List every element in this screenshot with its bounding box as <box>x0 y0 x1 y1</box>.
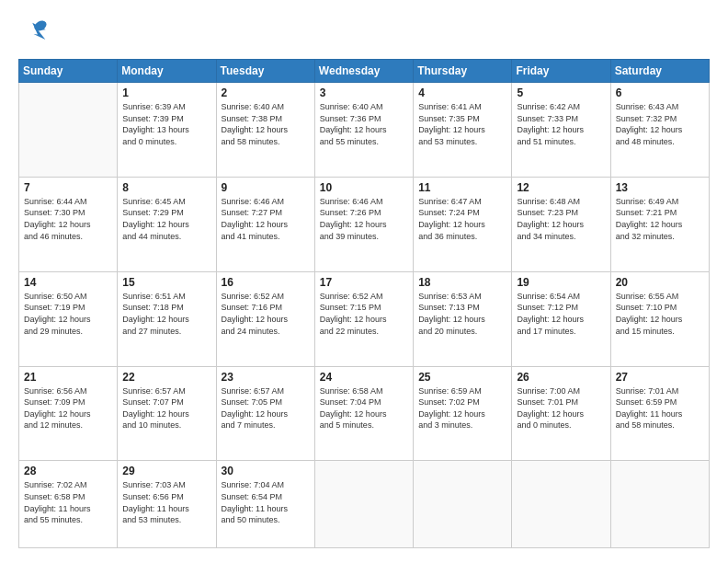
calendar-cell <box>414 461 512 548</box>
calendar-cell: 13Sunrise: 6:49 AMSunset: 7:21 PMDayligh… <box>610 177 709 271</box>
day-number: 22 <box>122 371 210 384</box>
day-info: Sunrise: 6:57 AMSunset: 7:07 PMDaylight:… <box>122 385 210 431</box>
week-row-4: 21Sunrise: 6:56 AMSunset: 7:09 PMDayligh… <box>19 366 710 461</box>
day-info: Sunrise: 6:41 AMSunset: 7:35 PMDaylight:… <box>418 101 506 147</box>
calendar-cell: 27Sunrise: 7:01 AMSunset: 6:59 PMDayligh… <box>610 366 709 461</box>
day-number: 23 <box>222 371 310 384</box>
day-number: 24 <box>320 371 408 384</box>
calendar-cell: 30Sunrise: 7:04 AMSunset: 6:54 PMDayligh… <box>216 461 314 548</box>
calendar-cell: 16Sunrise: 6:52 AMSunset: 7:16 PMDayligh… <box>216 271 314 366</box>
calendar-cell: 3Sunrise: 6:40 AMSunset: 7:36 PMDaylight… <box>314 83 413 178</box>
day-info: Sunrise: 6:43 AMSunset: 7:32 PMDaylight:… <box>616 101 704 147</box>
day-info: Sunrise: 6:59 AMSunset: 7:02 PMDaylight:… <box>418 385 506 431</box>
day-number: 25 <box>418 371 506 384</box>
calendar-table: SundayMondayTuesdayWednesdayThursdayFrid… <box>18 59 710 548</box>
calendar-cell: 25Sunrise: 6:59 AMSunset: 7:02 PMDayligh… <box>414 366 512 461</box>
week-row-2: 7Sunrise: 6:44 AMSunset: 7:30 PMDaylight… <box>19 177 710 271</box>
day-number: 1 <box>122 86 210 99</box>
calendar-cell: 11Sunrise: 6:47 AMSunset: 7:24 PMDayligh… <box>414 177 512 271</box>
calendar-cell <box>610 461 709 548</box>
day-header-monday: Monday <box>118 60 216 83</box>
header <box>18 15 710 50</box>
day-number: 3 <box>320 86 408 99</box>
calendar-cell: 18Sunrise: 6:53 AMSunset: 7:13 PMDayligh… <box>414 271 512 366</box>
day-info: Sunrise: 6:48 AMSunset: 7:23 PMDaylight:… <box>517 196 605 242</box>
day-info: Sunrise: 6:50 AMSunset: 7:19 PMDaylight:… <box>24 291 112 337</box>
day-number: 5 <box>517 86 605 99</box>
day-number: 14 <box>24 276 112 289</box>
day-info: Sunrise: 6:47 AMSunset: 7:24 PMDaylight:… <box>418 196 506 242</box>
day-info: Sunrise: 6:51 AMSunset: 7:18 PMDaylight:… <box>122 291 210 337</box>
day-number: 21 <box>24 371 112 384</box>
day-number: 12 <box>517 181 605 194</box>
svg-point-1 <box>32 18 48 33</box>
calendar-cell: 8Sunrise: 6:45 AMSunset: 7:29 PMDaylight… <box>118 177 216 271</box>
day-number: 10 <box>320 181 408 194</box>
day-number: 28 <box>24 465 112 477</box>
day-number: 6 <box>616 86 704 99</box>
day-number: 16 <box>222 276 310 289</box>
day-info: Sunrise: 6:58 AMSunset: 7:04 PMDaylight:… <box>320 385 408 431</box>
week-row-3: 14Sunrise: 6:50 AMSunset: 7:19 PMDayligh… <box>19 271 710 366</box>
day-info: Sunrise: 6:54 AMSunset: 7:12 PMDaylight:… <box>517 291 605 337</box>
day-info: Sunrise: 6:39 AMSunset: 7:39 PMDaylight:… <box>122 101 210 147</box>
day-info: Sunrise: 7:00 AMSunset: 7:01 PMDaylight:… <box>517 385 605 431</box>
calendar-cell <box>512 461 610 548</box>
calendar-cell: 4Sunrise: 6:41 AMSunset: 7:35 PMDaylight… <box>414 83 512 178</box>
calendar-cell: 19Sunrise: 6:54 AMSunset: 7:12 PMDayligh… <box>512 271 610 366</box>
calendar-cell: 21Sunrise: 6:56 AMSunset: 7:09 PMDayligh… <box>19 366 118 461</box>
calendar-cell: 20Sunrise: 6:55 AMSunset: 7:10 PMDayligh… <box>610 271 709 366</box>
day-info: Sunrise: 6:44 AMSunset: 7:30 PMDaylight:… <box>24 196 112 242</box>
calendar-cell <box>19 83 118 178</box>
day-number: 2 <box>222 86 310 99</box>
calendar-cell: 24Sunrise: 6:58 AMSunset: 7:04 PMDayligh… <box>314 366 413 461</box>
day-number: 26 <box>517 371 605 384</box>
calendar-cell: 12Sunrise: 6:48 AMSunset: 7:23 PMDayligh… <box>512 177 610 271</box>
day-info: Sunrise: 7:01 AMSunset: 6:59 PMDaylight:… <box>616 385 704 431</box>
day-header-friday: Friday <box>512 60 610 83</box>
day-number: 8 <box>122 181 210 194</box>
day-info: Sunrise: 7:04 AMSunset: 6:54 PMDaylight:… <box>222 479 310 525</box>
calendar-cell: 1Sunrise: 6:39 AMSunset: 7:39 PMDaylight… <box>118 83 216 178</box>
logo-bird-icon <box>18 15 53 50</box>
page: SundayMondayTuesdayWednesdayThursdayFrid… <box>0 0 728 563</box>
day-header-sunday: Sunday <box>19 60 118 83</box>
calendar-cell: 28Sunrise: 7:02 AMSunset: 6:58 PMDayligh… <box>19 461 118 548</box>
day-number: 18 <box>418 276 506 289</box>
calendar-cell: 7Sunrise: 6:44 AMSunset: 7:30 PMDaylight… <box>19 177 118 271</box>
day-info: Sunrise: 6:52 AMSunset: 7:15 PMDaylight:… <box>320 291 408 337</box>
week-row-1: 1Sunrise: 6:39 AMSunset: 7:39 PMDaylight… <box>19 83 710 178</box>
day-number: 11 <box>418 181 506 194</box>
days-header-row: SundayMondayTuesdayWednesdayThursdayFrid… <box>19 60 710 83</box>
calendar-cell: 5Sunrise: 6:42 AMSunset: 7:33 PMDaylight… <box>512 83 610 178</box>
day-info: Sunrise: 6:55 AMSunset: 7:10 PMDaylight:… <box>616 291 704 337</box>
calendar-cell: 6Sunrise: 6:43 AMSunset: 7:32 PMDaylight… <box>610 83 709 178</box>
calendar-cell: 22Sunrise: 6:57 AMSunset: 7:07 PMDayligh… <box>118 366 216 461</box>
day-number: 4 <box>418 86 506 99</box>
day-info: Sunrise: 6:42 AMSunset: 7:33 PMDaylight:… <box>517 101 605 147</box>
day-number: 9 <box>222 181 310 194</box>
calendar-cell: 9Sunrise: 6:46 AMSunset: 7:27 PMDaylight… <box>216 177 314 271</box>
week-row-5: 28Sunrise: 7:02 AMSunset: 6:58 PMDayligh… <box>19 461 710 548</box>
day-number: 17 <box>320 276 408 289</box>
calendar-cell: 15Sunrise: 6:51 AMSunset: 7:18 PMDayligh… <box>118 271 216 366</box>
calendar-cell: 17Sunrise: 6:52 AMSunset: 7:15 PMDayligh… <box>314 271 413 366</box>
day-info: Sunrise: 6:40 AMSunset: 7:36 PMDaylight:… <box>320 101 408 147</box>
day-header-saturday: Saturday <box>610 60 709 83</box>
calendar-cell: 23Sunrise: 6:57 AMSunset: 7:05 PMDayligh… <box>216 366 314 461</box>
day-number: 27 <box>616 371 704 384</box>
calendar-cell: 14Sunrise: 6:50 AMSunset: 7:19 PMDayligh… <box>19 271 118 366</box>
day-info: Sunrise: 7:03 AMSunset: 6:56 PMDaylight:… <box>122 479 210 525</box>
day-info: Sunrise: 7:02 AMSunset: 6:58 PMDaylight:… <box>24 479 112 525</box>
day-number: 20 <box>616 276 704 289</box>
day-info: Sunrise: 6:57 AMSunset: 7:05 PMDaylight:… <box>222 385 310 431</box>
day-info: Sunrise: 6:46 AMSunset: 7:26 PMDaylight:… <box>320 196 408 242</box>
calendar-cell: 26Sunrise: 7:00 AMSunset: 7:01 PMDayligh… <box>512 366 610 461</box>
day-number: 29 <box>122 465 210 477</box>
day-header-wednesday: Wednesday <box>314 60 413 83</box>
calendar-cell: 2Sunrise: 6:40 AMSunset: 7:38 PMDaylight… <box>216 83 314 178</box>
day-number: 19 <box>517 276 605 289</box>
day-info: Sunrise: 6:52 AMSunset: 7:16 PMDaylight:… <box>222 291 310 337</box>
day-number: 7 <box>24 181 112 194</box>
calendar-cell: 10Sunrise: 6:46 AMSunset: 7:26 PMDayligh… <box>314 177 413 271</box>
